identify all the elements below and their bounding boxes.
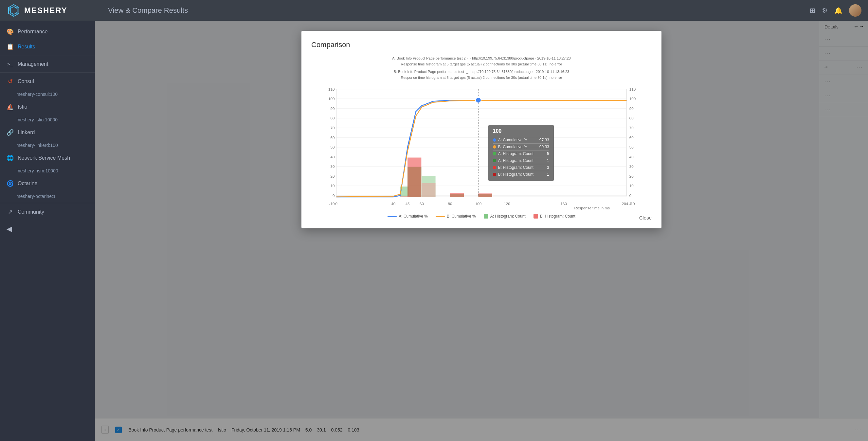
legend-color-0 (388, 216, 397, 217)
svg-text:90: 90 (330, 106, 335, 111)
sidebar-item-istio[interactable]: ⛵ Istio (0, 99, 95, 115)
svg-text:-10: -10 (329, 202, 335, 206)
octarine-icon: 🌀 (6, 180, 14, 187)
svg-text:70: 70 (330, 126, 335, 130)
logo-text: MESHERY (24, 6, 67, 15)
svg-text:120: 120 (504, 202, 510, 206)
svg-text:50: 50 (629, 145, 634, 149)
sidebar-sub-istio[interactable]: meshery-istio:10000 (0, 115, 95, 125)
sidebar-item-performance-label: Performance (18, 29, 48, 35)
sidebar-sub-istio-label: meshery-istio:10000 (17, 117, 58, 122)
svg-text:90: 90 (629, 106, 634, 111)
meshery-logo-icon (6, 3, 21, 18)
svg-text:10: 10 (330, 184, 335, 188)
sidebar-item-community[interactable]: ↗ Community (0, 204, 95, 220)
results-icon: 📋 (6, 43, 14, 51)
sidebar-sub-octarine[interactable]: meshery-octarine:1 (0, 191, 95, 201)
avatar-image (849, 4, 862, 17)
svg-text:30: 30 (330, 164, 335, 169)
legend-item-1: B: Cumulative % (436, 214, 476, 219)
svg-text:20: 20 (330, 174, 335, 178)
svg-text:100: 100 (328, 97, 335, 101)
legend-label-0: A: Cumulative % (399, 214, 428, 219)
svg-text:80: 80 (448, 202, 452, 206)
sidebar-sub-octarine-label: meshery-octarine:1 (17, 194, 56, 199)
modal-title: Comparison (311, 40, 652, 49)
sidebar-item-management[interactable]: >_ Management (0, 57, 95, 71)
desc-a-line2: Response time histogram at 5 target qps … (311, 62, 652, 67)
sidebar-item-consul-label: Consul (18, 78, 34, 85)
sidebar-item-octarine-label: Octarine (18, 181, 37, 187)
avatar[interactable] (849, 4, 862, 17)
settings-icon[interactable]: ⚙ (822, 6, 828, 14)
svg-text:204.4: 204.4 (622, 202, 632, 206)
svg-text:100: 100 (475, 202, 482, 206)
svg-text:110: 110 (328, 87, 335, 91)
sidebar-sub-nsm[interactable]: meshery-nsm:10000 (0, 165, 95, 176)
legend-label-3: B: Histogram: Count (540, 214, 576, 219)
grid-icon[interactable]: ⊞ (810, 6, 815, 14)
svg-marker-8 (8, 7, 10, 13)
community-icon: ↗ (6, 209, 14, 216)
legend-color-3 (533, 214, 538, 219)
sidebar-sub-consul-label: meshery-consul:100 (17, 92, 58, 97)
sidebar-collapse-btn[interactable]: ◀ (6, 225, 12, 233)
sidebar-item-octarine[interactable]: 🌀 Octarine (0, 176, 95, 191)
desc-b-line2: Response time histogram at 5 target qps … (311, 75, 652, 81)
sidebar-sub-consul[interactable]: meshery-consul:100 (0, 89, 95, 99)
svg-text:Response time in ms: Response time in ms (575, 206, 610, 210)
svg-text:60: 60 (420, 202, 424, 206)
chart-container: 110 100 90 80 70 60 50 40 30 20 10 0 -10 (311, 86, 652, 210)
header-title: View & Compare Results (101, 6, 810, 15)
svg-text:80: 80 (629, 116, 634, 120)
sidebar-item-linkerd-label: Linkerd (18, 130, 35, 135)
svg-text:60: 60 (629, 135, 634, 140)
legend-label-2: A: Histogram: Count (490, 214, 526, 219)
nsm-icon: 🌐 (6, 154, 14, 162)
sidebar-item-performance[interactable]: 🎨 Performance (0, 24, 95, 39)
top-header: MESHERY View & Compare Results ⊞ ⚙ 🔔 (0, 0, 868, 21)
legend-label-1: B: Cumulative % (447, 214, 476, 219)
sidebar-item-results-label: Results (18, 44, 35, 50)
svg-text:160: 160 (561, 202, 567, 206)
sidebar-sub-linkerd[interactable]: meshery-linkerd:100 (0, 140, 95, 151)
svg-marker-4 (17, 7, 19, 13)
comparison-chart: 110 100 90 80 70 60 50 40 30 20 10 0 -10 (311, 86, 652, 210)
svg-point-70 (475, 97, 481, 103)
svg-rect-68 (478, 194, 492, 197)
svg-text:0: 0 (335, 202, 337, 206)
legend-color-1 (436, 216, 445, 217)
main-layout: 🎨 Performance 📋 Results >_ Management ↺ … (0, 21, 868, 441)
sidebar-divider-1 (0, 56, 95, 56)
sidebar-item-community-label: Community (18, 209, 44, 215)
sidebar-item-results[interactable]: 📋 Results (0, 39, 95, 54)
svg-text:45: 45 (405, 202, 410, 206)
bell-icon[interactable]: 🔔 (834, 6, 842, 14)
chart-legend: A: Cumulative % B: Cumulative % A: Histo… (311, 214, 652, 219)
sidebar-item-istio-label: Istio (18, 104, 27, 110)
svg-text:40: 40 (629, 155, 634, 159)
sidebar-divider-2 (0, 72, 95, 73)
modal-close-btn[interactable]: Close (639, 215, 652, 220)
sidebar-sub-nsm-label: meshery-nsm:10000 (17, 168, 58, 174)
sidebar-item-consul[interactable]: ↺ Consul (0, 74, 95, 89)
content-area: Details ←→ ··· ··· ⁽⁸⁾ ··· ··· ··· ··· (95, 21, 868, 441)
svg-text:100: 100 (629, 97, 636, 101)
consul-icon: ↺ (6, 78, 14, 85)
svg-text:30: 30 (629, 164, 634, 169)
header-icons: ⊞ ⚙ 🔔 (810, 4, 862, 17)
sidebar-item-nsm[interactable]: 🌐 Network Service Mesh (0, 151, 95, 165)
sidebar-item-management-label: Management (18, 61, 48, 67)
svg-rect-67 (450, 193, 464, 197)
istio-icon: ⛵ (6, 103, 14, 111)
svg-text:80: 80 (330, 116, 335, 120)
linkerd-icon: 🔗 (6, 129, 14, 136)
svg-text:0: 0 (333, 193, 335, 198)
sidebar-divider-3 (0, 203, 95, 203)
management-icon: >_ (6, 62, 14, 67)
sidebar-item-linkerd[interactable]: 🔗 Linkerd (0, 125, 95, 140)
svg-text:10: 10 (629, 184, 634, 188)
legend-item-3: B: Histogram: Count (533, 214, 576, 219)
svg-text:20: 20 (629, 174, 634, 178)
comparison-modal: Comparison A: Book Info Product Page per… (302, 31, 661, 228)
